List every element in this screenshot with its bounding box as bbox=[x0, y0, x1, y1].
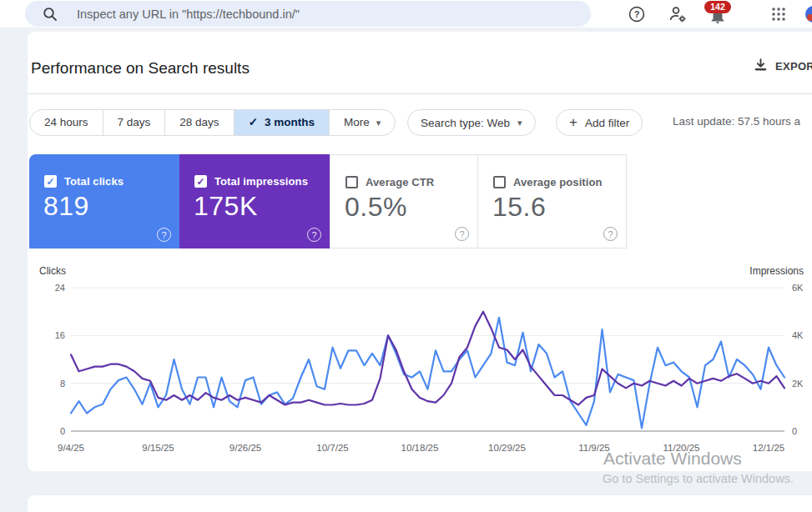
date-range-segmented-control: 24 hours 7 days 28 days ✓3 months More▾ bbox=[29, 109, 396, 136]
add-filter-chip[interactable]: + Add filter bbox=[556, 109, 643, 136]
total-clicks-card[interactable]: ✓Total clicks 819 ? bbox=[29, 154, 179, 248]
chevron-down-icon: ▾ bbox=[376, 118, 381, 128]
help-icon[interactable]: ? bbox=[627, 4, 647, 24]
svg-text:Impressions: Impressions bbox=[749, 265, 804, 277]
help-icon[interactable]: ? bbox=[307, 228, 321, 242]
search-console-performance-page: Inspect any URL in "https://techbound.in… bbox=[0, 0, 812, 512]
performance-panel: Performance on Search results EXPORT 24 … bbox=[28, 32, 812, 471]
url-inspect-search[interactable]: Inspect any URL in "https://techbound.in… bbox=[25, 1, 591, 27]
average-ctr-card[interactable]: Average CTR 0.5% ? bbox=[330, 154, 478, 248]
svg-text:12/1/25: 12/1/25 bbox=[753, 443, 784, 453]
svg-text:0: 0 bbox=[792, 426, 797, 436]
search-placeholder: Inspect any URL in "https://techbound.in… bbox=[77, 8, 300, 21]
help-icon[interactable]: ? bbox=[157, 228, 171, 242]
range-7-days[interactable]: 7 days bbox=[103, 110, 165, 135]
range-24-hours[interactable]: 24 hours bbox=[30, 110, 103, 135]
help-icon[interactable]: ? bbox=[603, 227, 618, 241]
svg-text:0: 0 bbox=[60, 426, 65, 436]
total-clicks-value: 819 bbox=[43, 191, 89, 222]
export-button[interactable]: EXPORT bbox=[754, 58, 812, 75]
svg-text:?: ? bbox=[634, 9, 640, 19]
checkbox-checked-icon[interactable]: ✓ bbox=[44, 175, 57, 188]
performance-chart[interactable]: 0082K164K246KClicksImpressions9/4/259/15… bbox=[28, 263, 812, 463]
page-title: Performance on Search results bbox=[31, 59, 250, 78]
top-app-bar: Inspect any URL in "https://techbound.in… bbox=[0, 0, 812, 28]
user-settings-icon[interactable] bbox=[668, 4, 688, 24]
svg-text:10/7/25: 10/7/25 bbox=[316, 443, 348, 453]
svg-text:10/29/25: 10/29/25 bbox=[488, 443, 526, 453]
svg-text:11/20/25: 11/20/25 bbox=[663, 443, 700, 453]
plus-icon: + bbox=[569, 115, 577, 129]
performance-chart-svg: 0082K164K246KClicksImpressions9/4/259/15… bbox=[28, 263, 812, 463]
average-ctr-value: 0.5% bbox=[345, 192, 407, 223]
average-position-value: 15.6 bbox=[492, 192, 546, 223]
download-icon bbox=[754, 58, 768, 75]
checkbox-checked-icon[interactable]: ✓ bbox=[194, 175, 207, 188]
total-impressions-value: 175K bbox=[194, 191, 258, 222]
svg-text:11/9/25: 11/9/25 bbox=[578, 443, 610, 453]
total-impressions-card[interactable]: ✓Total impressions 175K ? bbox=[179, 154, 330, 248]
apps-grid-icon[interactable] bbox=[769, 4, 789, 24]
page-background: Performance on Search results EXPORT 24 … bbox=[0, 28, 812, 512]
range-3-months-selected[interactable]: ✓3 months bbox=[234, 110, 329, 135]
svg-text:10/18/25: 10/18/25 bbox=[401, 443, 439, 453]
checkbox-unchecked-icon[interactable] bbox=[493, 176, 506, 188]
account-avatar[interactable] bbox=[805, 6, 812, 23]
title-divider bbox=[28, 93, 812, 94]
svg-text:8: 8 bbox=[60, 379, 65, 389]
svg-text:2K: 2K bbox=[792, 379, 804, 389]
help-icon[interactable]: ? bbox=[455, 227, 469, 241]
next-panel bbox=[28, 495, 812, 512]
chevron-down-icon: ▾ bbox=[517, 118, 522, 128]
range-28-days[interactable]: 28 days bbox=[164, 110, 233, 135]
notification-count-badge: 142 bbox=[704, 1, 731, 13]
svg-text:16: 16 bbox=[55, 330, 65, 340]
svg-text:9/26/25: 9/26/25 bbox=[229, 443, 261, 453]
average-position-card[interactable]: Average position 15.6 ? bbox=[478, 154, 627, 248]
svg-text:4K: 4K bbox=[792, 330, 804, 340]
export-label: EXPORT bbox=[775, 60, 812, 73]
checkbox-unchecked-icon[interactable] bbox=[345, 176, 358, 188]
svg-text:6K: 6K bbox=[792, 283, 804, 293]
range-more-dropdown[interactable]: More▾ bbox=[329, 110, 395, 135]
metric-cards: ✓Total clicks 819 ? ✓Total impressions 1… bbox=[29, 154, 627, 248]
svg-text:9/4/25: 9/4/25 bbox=[58, 443, 84, 453]
search-icon bbox=[43, 7, 58, 22]
search-type-filter-chip[interactable]: Search type: Web ▾ bbox=[407, 109, 536, 136]
check-icon: ✓ bbox=[249, 116, 258, 128]
svg-text:Clicks: Clicks bbox=[39, 265, 66, 277]
last-update-text: Last update: 57.5 hours a bbox=[673, 115, 800, 128]
svg-text:9/15/25: 9/15/25 bbox=[142, 443, 174, 453]
svg-text:24: 24 bbox=[55, 283, 65, 293]
